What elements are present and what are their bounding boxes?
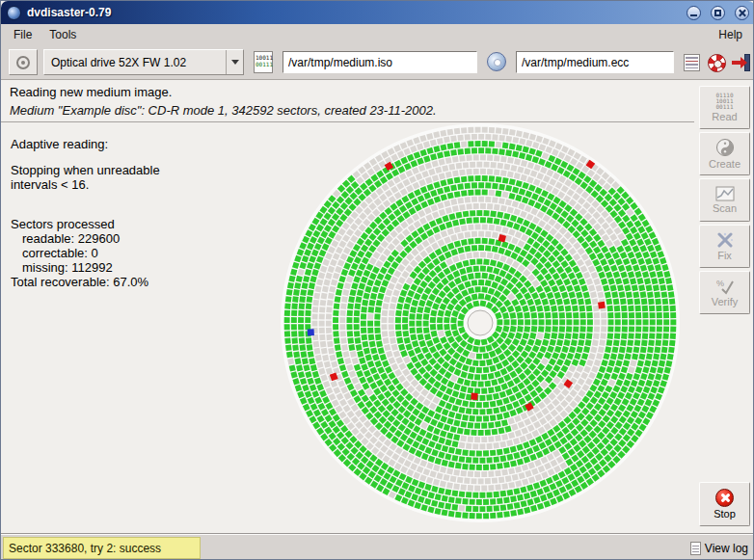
- view-log-label: View log: [705, 542, 748, 555]
- ecc-file-icon: [487, 52, 506, 71]
- scan-icon: [715, 186, 735, 201]
- stop-button[interactable]: Stop: [699, 482, 750, 526]
- svg-text:%: %: [716, 279, 724, 288]
- close-icon: [738, 9, 746, 17]
- medium-info-panel: Reading new medium image. Medium "Exampl…: [1, 80, 694, 122]
- status-message: Sector 333680, try 2: success: [3, 537, 201, 559]
- preferences-icon: [684, 54, 700, 71]
- stopping-line2: intervals < 16.: [11, 177, 266, 192]
- quit-button[interactable]: [729, 51, 752, 74]
- sectors-missing: missing: 112992: [22, 260, 266, 275]
- stopping-line1: Stopping when unreadable: [11, 163, 266, 177]
- drive-selector[interactable]: Optical drive 52X FW 1.02: [43, 49, 244, 75]
- ecc-path-input[interactable]: [516, 51, 674, 73]
- minimize-icon: [690, 14, 697, 16]
- drive-icon: [16, 56, 30, 69]
- disc-spiral: [278, 120, 683, 525]
- image-file-icon-row: 10011: [256, 54, 273, 61]
- scan-button[interactable]: Scan: [699, 178, 750, 222]
- menu-tools[interactable]: Tools: [40, 26, 85, 43]
- sectors-correctable: correctable: 0: [22, 246, 266, 260]
- read-button[interactable]: 01110 10011 00111 Read: [699, 86, 750, 129]
- image-file-icon-row: 00111: [256, 61, 271, 67]
- view-log-button[interactable]: View log: [690, 538, 748, 558]
- verify-button-label: Verify: [712, 296, 739, 307]
- lifebuoy-icon: [708, 54, 726, 72]
- create-icon: [715, 138, 735, 157]
- minimize-button[interactable]: [687, 6, 701, 20]
- read-icon: 01110 10011 00111: [715, 93, 733, 110]
- dvdisaster-window: dvdisaster-0.79 File Tools Help Optical …: [0, 0, 754, 560]
- maximize-icon: [714, 10, 721, 16]
- stop-icon: [715, 489, 734, 507]
- quit-icon: [731, 53, 750, 72]
- drive-selector-arrow[interactable]: [226, 50, 243, 74]
- menubar: File Tools Help: [1, 24, 754, 44]
- fix-button[interactable]: Fix: [699, 225, 750, 268]
- app-icon: [7, 6, 21, 20]
- log-icon: [690, 542, 701, 555]
- fix-button-label: Fix: [717, 250, 732, 261]
- statusbar: Sector 333680, try 2: success View log: [1, 533, 754, 560]
- fix-icon: [715, 231, 735, 249]
- sectors-readable: readable: 229600: [22, 231, 266, 246]
- stop-button-label: Stop: [714, 508, 736, 520]
- maximize-button[interactable]: [711, 6, 725, 20]
- iso-path-input[interactable]: [283, 51, 477, 73]
- window-title: dvdisaster-0.79: [27, 6, 677, 19]
- chevron-down-icon: [231, 60, 239, 65]
- titlebar[interactable]: dvdisaster-0.79: [1, 1, 754, 24]
- create-button-label: Create: [709, 158, 741, 170]
- close-button[interactable]: [735, 6, 749, 20]
- toolbar: Optical drive 52X FW 1.02 10011 00111: [1, 44, 754, 80]
- verify-icon: %: [715, 278, 735, 295]
- drive-eject-button[interactable]: [9, 49, 38, 75]
- scan-button-label: Scan: [713, 202, 737, 214]
- drive-selector-value: Optical drive 52X FW 1.02: [44, 50, 226, 74]
- sectors-processed-title: Sectors processed: [11, 217, 266, 231]
- reading-info: Adaptive reading: Stopping when unreadab…: [11, 137, 266, 289]
- verify-button[interactable]: % Verify: [699, 271, 750, 314]
- read-button-label: Read: [712, 111, 737, 122]
- menu-file[interactable]: File: [5, 26, 40, 43]
- total-recoverable: Total recoverable: 67.0%: [11, 275, 266, 289]
- status-line-primary: Reading new medium image.: [10, 85, 686, 99]
- create-button[interactable]: Create: [699, 132, 750, 175]
- action-sidebar: 01110 10011 00111 Read Create Scan: [694, 80, 754, 533]
- menu-help[interactable]: Help: [710, 26, 751, 43]
- preferences-button[interactable]: [680, 51, 703, 74]
- image-file-icon: 10011 00111: [254, 51, 273, 73]
- help-button[interactable]: [705, 51, 728, 74]
- adaptive-reading-title: Adaptive reading:: [11, 137, 266, 151]
- status-line-secondary: Medium "Example disc": CD-R mode 1, 3425…: [10, 103, 686, 118]
